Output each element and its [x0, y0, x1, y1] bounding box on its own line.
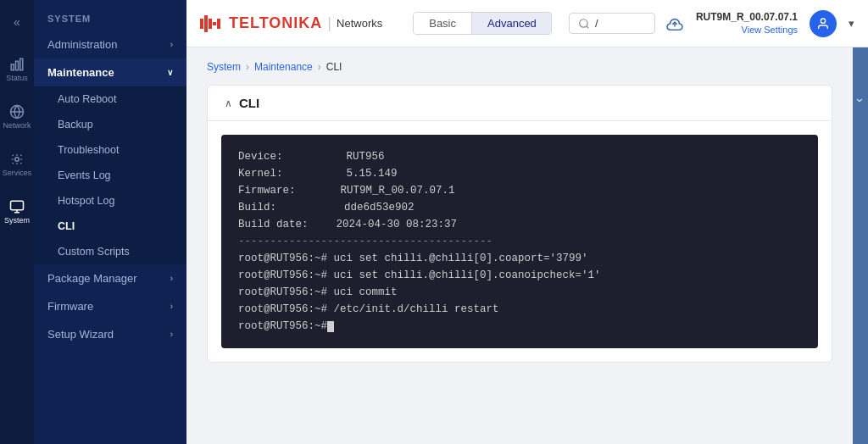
chevron-right-icon-4: ›: [170, 330, 173, 339]
topbar: TELTONIKA | Networks Basic Advanced RUT9…: [186, 0, 868, 47]
svg-rect-0: [11, 64, 14, 70]
svg-rect-9: [200, 19, 203, 29]
terminal-kernel-line: Kernel: 5.15.149: [238, 165, 801, 182]
cli-title: CLI: [239, 96, 259, 110]
sidebar-item-package-manager[interactable]: Package Manager ›: [34, 264, 186, 292]
sidebar-item-firmware[interactable]: Firmware ›: [34, 292, 186, 320]
chevron-down-icon: ∨: [167, 68, 173, 77]
svg-rect-12: [213, 22, 216, 25]
icon-nav: « Status Network Services System: [0, 0, 34, 444]
content: System › Maintenance › CLI ∧ CLI Device:: [186, 47, 853, 444]
svg-rect-2: [20, 58, 23, 70]
tab-advanced[interactable]: Advanced: [471, 13, 552, 34]
basic-advanced-tabs: Basic Advanced: [413, 12, 552, 35]
sidebar-item-hotspot-log[interactable]: Hotspot Log: [34, 188, 186, 214]
sidebar-item-maintenance[interactable]: Maintenance ∨: [34, 58, 186, 86]
terminal-device-line: Device: RUT956: [238, 148, 801, 165]
breadcrumb: System › Maintenance › CLI: [207, 61, 832, 73]
tab-basic[interactable]: Basic: [414, 13, 471, 34]
breadcrumb-maintenance[interactable]: Maintenance: [254, 61, 313, 73]
svg-point-16: [821, 19, 825, 23]
sidebar-item-custom-scripts[interactable]: Custom Scripts: [34, 239, 186, 264]
svg-line-15: [587, 25, 589, 28]
terminal-build-line: Build: dde6d53e902: [238, 199, 801, 216]
sidebar: SYSTEM Administration › Maintenance ∨ Au…: [34, 0, 186, 444]
device-model-label: RUT9M_R_00.07.07.1: [696, 11, 798, 25]
cli-terminal[interactable]: Device: RUT956 Kernel: 5.15.149 Firmware…: [221, 135, 818, 348]
sidebar-item-administration[interactable]: Administration ›: [34, 31, 186, 58]
system-nav-icon[interactable]: System: [3, 198, 31, 225]
sidebar-item-backup[interactable]: Backup: [34, 112, 186, 137]
teltonika-logo-icon: [200, 15, 224, 32]
services-nav-icon[interactable]: Services: [3, 151, 31, 178]
brand-name: TELTONIKA: [229, 14, 322, 32]
device-info: RUT9M_R_00.07.07.1 View Settings: [696, 11, 798, 36]
sidebar-item-setup-wizard[interactable]: Setup Wizard ›: [34, 320, 186, 348]
breadcrumb-current: CLI: [326, 61, 342, 73]
terminal-firmware-line: Firmware: RUT9M_R_00.07.07.1: [238, 182, 801, 199]
brand-sub: Networks: [337, 17, 382, 30]
terminal-prompt-line: root@RUT956:~#: [238, 318, 801, 335]
svg-rect-11: [209, 19, 212, 29]
collapse-icon[interactable]: «: [3, 8, 31, 36]
sidebar-item-events-log[interactable]: Events Log: [34, 163, 186, 188]
right-panel-toggle[interactable]: ›: [853, 47, 868, 444]
cloud-upload-icon[interactable]: [665, 16, 684, 31]
maintenance-submenu: Auto Reboot Backup Troubleshoot Events L…: [34, 86, 186, 264]
svg-point-14: [580, 19, 587, 26]
search-icon: [578, 18, 590, 30]
breadcrumb-sep-2: ›: [318, 61, 321, 73]
content-wrapper: System › Maintenance › CLI ∧ CLI Device:: [186, 47, 868, 444]
user-dropdown-icon[interactable]: ▾: [849, 17, 854, 30]
chevron-right-icon: ›: [170, 40, 173, 49]
sidebar-item-auto-reboot[interactable]: Auto Reboot: [34, 86, 186, 112]
svg-rect-6: [11, 201, 24, 210]
search-input[interactable]: [595, 17, 646, 30]
svg-point-5: [15, 158, 19, 162]
collapse-section-icon[interactable]: ∧: [225, 97, 232, 109]
terminal-divider: ----------------------------------------: [238, 233, 801, 250]
sidebar-item-troubleshoot[interactable]: Troubleshoot: [34, 137, 186, 163]
topbar-right: RUT9M_R_00.07.07.1 View Settings ▾: [665, 10, 854, 37]
terminal-cmd-3: root@RUT956:~# uci commit: [238, 284, 801, 301]
cli-card-header: ∧ CLI: [208, 86, 832, 121]
user-avatar[interactable]: [810, 10, 837, 37]
terminal-build-date-line: Build date: 2024-04-30 08:23:37: [238, 216, 801, 233]
chevron-right-icon-3: ›: [170, 302, 173, 311]
svg-rect-13: [217, 19, 220, 29]
cli-card: ∧ CLI Device: RUT956 Kernel: 5.15.149: [207, 85, 832, 363]
search-bar[interactable]: [569, 13, 655, 34]
chevron-right-icon-2: ›: [170, 274, 173, 283]
sidebar-item-cli[interactable]: CLI: [34, 214, 186, 239]
view-settings-link[interactable]: View Settings: [696, 24, 798, 36]
main-area: TELTONIKA | Networks Basic Advanced RUT9…: [186, 0, 868, 444]
svg-rect-10: [204, 15, 208, 32]
terminal-cmd-1: root@RUT956:~# uci set chilli.@chilli[0]…: [238, 250, 801, 267]
status-nav-icon[interactable]: Status: [3, 56, 31, 83]
sidebar-system-label: SYSTEM: [34, 0, 186, 31]
svg-rect-1: [16, 61, 19, 70]
breadcrumb-sep-1: ›: [246, 61, 249, 73]
terminal-cmd-4: root@RUT956:~# /etc/init.d/chilli restar…: [238, 301, 801, 318]
terminal-cmd-2: root@RUT956:~# uci set chilli.@chilli[0]…: [238, 267, 801, 284]
network-nav-icon[interactable]: Network: [3, 103, 31, 130]
cursor-block: [327, 321, 334, 332]
breadcrumb-system[interactable]: System: [207, 61, 241, 73]
logo: TELTONIKA | Networks: [200, 14, 382, 32]
